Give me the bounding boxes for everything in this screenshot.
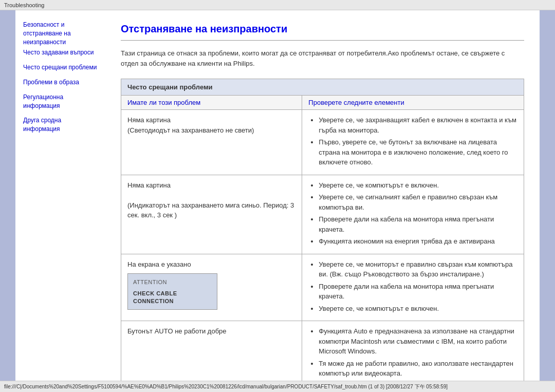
col-headers: Имате ли този проблем Проверете следните… [121, 96, 524, 110]
check-item: Уверете се, че компютърът е включен. [319, 180, 517, 191]
sidebar-link-common-problems[interactable]: Често срещани проблеми [23, 63, 98, 72]
sidebar-link-image-problems[interactable]: Проблеми в образа [23, 78, 98, 87]
top-bar-label: Troubleshooting [4, 2, 44, 8]
check-item: Проверете дали на кабела на монитора ням… [319, 282, 517, 302]
bottom-bar-path: file:///C|/Documents%20and%20Settings/F5… [4, 383, 448, 390]
top-bar: Troubleshooting [0, 0, 555, 10]
page-title: Отстраняване на неизправности [121, 23, 524, 35]
attention-title: ATTENTION [133, 278, 212, 287]
check-item: Функцията икономия на енергия трябва да … [319, 236, 517, 247]
sidebar-group-5: Друга сродна информация [23, 116, 98, 134]
cell-problem-3: На екрана е указано ATTENTION CHECK CABL… [121, 254, 302, 321]
cell-problem-2: Няма картина(Индикаторът на захранването… [121, 175, 302, 254]
check-list-1: Уверете се, че захранващият кабел е вклю… [308, 115, 517, 167]
sidebar-link-safety[interactable]: Безопасност и отстраняване на неизправно… [23, 21, 98, 46]
col-header-problem: Имате ли този проблем [121, 96, 302, 109]
check-item: Функцията Auto е предназначена за използ… [319, 326, 517, 357]
main-layout: Безопасност и отстраняване на неизправно… [0, 10, 555, 381]
section-header: Често срещани проблеми [121, 79, 524, 96]
cell-check-4: Функцията Auto е предназначена за използ… [302, 321, 524, 381]
left-accent [0, 10, 15, 381]
table-row: Бутонът AUTO не работи добре Функцията A… [121, 321, 524, 381]
table-row: Няма картина(Индикаторът на захранването… [121, 175, 524, 254]
intro-text: Тази страница се отнася за проблеми, кои… [121, 48, 524, 68]
table-row: Няма картина(Светодиодът на захранването… [121, 110, 524, 175]
sidebar: Безопасност и отстраняване на неизправно… [15, 10, 105, 381]
check-item: Проверете дали на кабела на монитора ням… [319, 214, 517, 234]
sidebar-link-other[interactable]: Друга сродна информация [23, 116, 98, 134]
problem-text-2: Няма картина(Индикаторът на захранването… [127, 181, 294, 219]
cell-problem-4: Бутонът AUTO не работи добре [121, 321, 302, 381]
check-list-4: Функцията Auto е предназначена за използ… [308, 326, 517, 379]
check-item: Уверете се, че компютърът е включен. [319, 304, 517, 314]
sidebar-group-1: Безопасност и отстраняване на неизправно… [23, 21, 98, 57]
problem-text-4: Бутонът AUTO не работи добре [127, 327, 227, 335]
check-item: Уверете се, че сигналният кабел е правил… [319, 192, 517, 212]
sidebar-link-faq[interactable]: Често задавани въпроси [23, 48, 98, 57]
attention-message: CHECK CABLE CONNECTION [133, 290, 212, 306]
bottom-bar: file:///C|/Documents%20and%20Settings/F5… [0, 381, 555, 392]
sidebar-group-3: Проблеми в образа [23, 78, 98, 87]
sidebar-group-4: Регулационна информация [23, 93, 98, 110]
sidebar-link-regulatory[interactable]: Регулационна информация [23, 93, 98, 110]
attention-box: ATTENTION CHECK CABLE CONNECTION [127, 273, 217, 310]
problem-text-3: На екрана е указано [127, 260, 191, 268]
cell-check-3: Уверете се, че мониторът е правилно свър… [302, 254, 524, 321]
check-item: Първо, уверете се, че бутонът за включва… [319, 137, 517, 167]
content-wrapper: Безопасност и отстраняване на неизправно… [15, 10, 540, 381]
col-header-check: Проверете следните елементи [302, 96, 524, 109]
cell-problem-1: Няма картина(Светодиодът на захранването… [121, 110, 302, 175]
check-list-3: Уверете се, че мониторът е правилно свър… [308, 259, 517, 314]
check-item: Уверете се, че мониторът е правилно свър… [319, 259, 517, 279]
cell-check-1: Уверете се, че захранващият кабел е вклю… [302, 110, 524, 175]
check-item: Уверете се, че захранващият кабел е вклю… [319, 115, 517, 135]
check-item: Тя може да не работи правилно, ако изпол… [319, 359, 517, 379]
problem-text-1: Няма картина(Светодиодът на захранването… [127, 116, 254, 134]
main-content: Отстраняване на неизправности Тази стран… [105, 10, 540, 381]
right-accent [540, 10, 555, 381]
check-list-2: Уверете се, че компютърът е включен. Уве… [308, 180, 517, 247]
sidebar-group-2: Често срещани проблеми [23, 63, 98, 72]
problems-table: Често срещани проблеми Имате ли този про… [121, 79, 524, 381]
table-row: На екрана е указано ATTENTION CHECK CABL… [121, 254, 524, 322]
cell-check-2: Уверете се, че компютърът е включен. Уве… [302, 175, 524, 254]
page-divider [121, 40, 524, 41]
